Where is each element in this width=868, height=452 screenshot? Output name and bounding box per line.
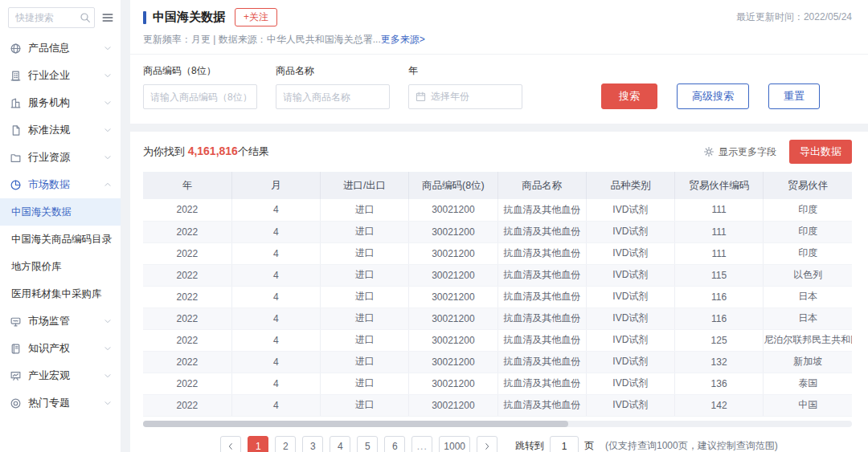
column-header: 年 [143, 172, 231, 199]
table-cell: 132 [675, 351, 764, 373]
table-cell: 4 [231, 242, 320, 264]
jump-page-input[interactable] [550, 436, 579, 452]
sidebar-item-0[interactable]: 产品信息 [0, 35, 121, 62]
field-label: 商品名称 [276, 64, 390, 78]
page-jump: 跳转到 页 [515, 436, 594, 452]
page-button-1[interactable]: 1 [248, 436, 268, 452]
sidebar-subitem-9[interactable]: 医用耗材集中采购库 [0, 280, 121, 307]
app-window: 产品信息行业企业服务机构标准法规行业资源市场数据中国海关数据中国海关商品编码目录… [0, 0, 868, 452]
chevron-left-icon [226, 442, 235, 451]
follow-button[interactable]: +关注 [235, 8, 277, 26]
table-cell: 中国 [764, 394, 852, 416]
field-product-code: 商品编码（8位） [143, 64, 257, 109]
results-count: 4,161,816 [188, 145, 238, 157]
main-content: 中国海关数据 +关注 最近更新时间：2022/05/24 更新频率：月更 | 数… [130, 0, 868, 452]
table-cell: IVD试剂 [586, 242, 674, 264]
more-sources-link[interactable]: 更多来源> [381, 34, 425, 45]
table-cell: 日本 [764, 307, 852, 329]
page-button-3[interactable]: 3 [302, 436, 323, 452]
sidebar-item-2[interactable]: 服务机构 [0, 89, 121, 116]
chevron-down-icon [103, 153, 113, 162]
sidebar-nav: 产品信息行业企业服务机构标准法规行业资源市场数据中国海关数据中国海关商品编码目录… [0, 35, 121, 417]
more-pages-button[interactable]: ... [411, 436, 432, 452]
year-picker[interactable]: 选择年份 [408, 84, 522, 109]
horizontal-scrollbar-track [143, 421, 852, 427]
menu-toggle-icon[interactable] [101, 11, 114, 24]
table-cell: 4 [231, 351, 320, 373]
section-divider-band [130, 124, 868, 132]
sidebar-header [0, 0, 121, 35]
chevron-down-icon [103, 71, 113, 80]
table-cell: 4 [231, 264, 320, 286]
horizontal-scrollbar-thumb[interactable] [143, 421, 568, 427]
table-cell: IVD试剂 [586, 307, 674, 329]
show-more-fields-button[interactable]: 显示更多字段 [703, 145, 776, 159]
table-cell: 2022 [143, 329, 231, 351]
sidebar-item-label: 服务机构 [28, 96, 70, 110]
table-cell: 抗血清及其他血份 [497, 394, 586, 416]
sidebar-item-1[interactable]: 行业企业 [0, 62, 121, 89]
page-button-1000[interactable]: 1000 [439, 436, 470, 452]
table-cell: 115 [675, 264, 764, 286]
jump-label: 跳转到 [515, 439, 544, 452]
table-row: 20224进口30021200抗血清及其他血份IVD试剂115以色列 [143, 264, 852, 286]
sidebar-subitem-6[interactable]: 中国海关数据 [0, 198, 121, 226]
table-cell: 30021200 [409, 221, 497, 242]
chevron-down-icon [103, 398, 113, 408]
reset-button[interactable]: 重置 [768, 83, 820, 109]
table-cell: 116 [675, 307, 764, 329]
page-button-4[interactable]: 4 [330, 436, 350, 452]
table-cell: 日本 [764, 286, 852, 307]
table-cell: 30021200 [409, 394, 497, 416]
sidebar-item-5[interactable]: 市场数据 [0, 171, 121, 198]
page-button-2[interactable]: 2 [275, 436, 296, 452]
export-data-button[interactable]: 导出数据 [789, 140, 852, 164]
table-cell: 2022 [143, 394, 231, 416]
sidebar-item-13[interactable]: 热门专题 [0, 389, 121, 417]
column-header: 进口/出口 [321, 172, 409, 199]
table-cell: 4 [231, 373, 320, 394]
table-row: 20224进口30021200抗血清及其他血份IVD试剂111印度 [143, 221, 852, 242]
column-header: 商品名称 [497, 172, 586, 199]
column-header: 品种类别 [586, 172, 674, 199]
chevron-down-icon [103, 98, 113, 108]
table-row: 20224进口30021200抗血清及其他血份IVD试剂116日本 [143, 307, 852, 329]
next-page-button[interactable] [477, 436, 497, 452]
column-header: 商品编码(8位) [409, 172, 497, 199]
pagination: 123456...1000 跳转到 页 (仅支持查询1000页，建议控制查询范围… [143, 436, 852, 452]
table-row: 20224进口30021200抗血清及其他血份IVD试剂116日本 [143, 286, 852, 307]
product-name-input[interactable] [276, 84, 390, 109]
table-cell: 抗血清及其他血份 [497, 329, 586, 351]
page-button-6[interactable]: 6 [384, 436, 405, 452]
standards-regulations-icon [10, 124, 22, 136]
sidebar-subitem-label: 医用耗材集中采购库 [11, 287, 102, 301]
advanced-search-button[interactable]: 高级搜索 [677, 83, 749, 109]
table-row: 20224进口30021200抗血清及其他血份IVD试剂125尼泊尔联邦民主共和… [143, 329, 852, 351]
results-bar: 为你找到 4,161,816个结果 显示更多字段 导出数据 [143, 140, 852, 164]
table-body: 20224进口30021200抗血清及其他血份IVD试剂111印度20224进口… [143, 199, 852, 416]
field-year: 年 选择年份 [408, 64, 522, 109]
table-cell: 2022 [143, 373, 231, 394]
table-cell: 30021200 [409, 373, 497, 394]
product-code-input[interactable] [143, 84, 257, 109]
page-header: 中国海关数据 +关注 最近更新时间：2022/05/24 更新频率：月更 | 数… [130, 0, 868, 55]
sidebar-item-12[interactable]: 产业宏观 [0, 362, 121, 389]
sidebar-subitem-8[interactable]: 地方限价库 [0, 253, 121, 280]
table-cell: 2022 [143, 199, 231, 221]
sidebar-item-3[interactable]: 标准法规 [0, 116, 121, 144]
sidebar-item-10[interactable]: 市场监管 [0, 307, 121, 335]
table-row: 20224进口30021200抗血清及其他血份IVD试剂132新加坡 [143, 351, 852, 373]
sidebar-item-label: 行业企业 [28, 68, 70, 83]
chevron-down-icon [103, 371, 113, 381]
table-cell: 4 [231, 199, 320, 221]
sidebar-item-label: 产品信息 [28, 41, 70, 55]
sidebar-subitem-7[interactable]: 中国海关商品编码目录 [0, 226, 121, 253]
table-cell: 抗血清及其他血份 [497, 373, 586, 394]
search-button[interactable]: 搜索 [601, 83, 657, 109]
table-cell: 30021200 [409, 329, 497, 351]
page-button-5[interactable]: 5 [357, 436, 378, 452]
prev-page-button[interactable] [220, 436, 241, 452]
sidebar-item-4[interactable]: 行业资源 [0, 144, 121, 171]
sidebar-item-11[interactable]: 知识产权 [0, 335, 121, 362]
table-cell: 2022 [143, 351, 231, 373]
